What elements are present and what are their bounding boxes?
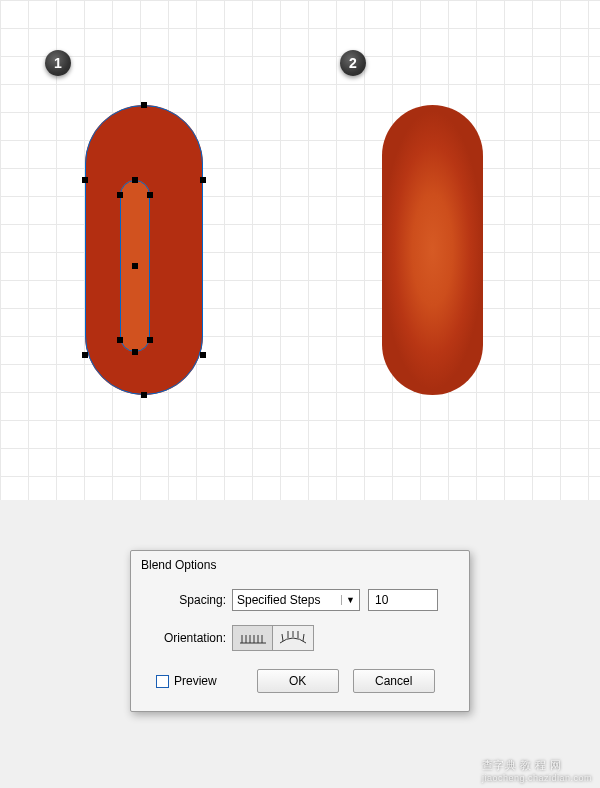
orientation-page-icon [238,631,268,645]
orientation-align-page-button[interactable] [233,626,273,650]
cancel-button-label: Cancel [375,674,412,688]
anchor-handle[interactable] [200,352,206,358]
ok-button[interactable]: OK [257,669,339,693]
step-badge-2: 2 [340,50,366,76]
canvas-artboard[interactable]: 1 2 [0,0,600,500]
orientation-label: Orientation: [146,631,232,645]
steps-input[interactable] [368,589,438,611]
blended-result-shape[interactable] [382,105,483,395]
anchor-handle[interactable] [147,337,153,343]
dropdown-arrow-icon: ▼ [341,595,355,605]
preview-label: Preview [174,674,217,688]
step-number: 2 [349,55,357,71]
svg-line-11 [303,634,304,641]
anchor-handle[interactable] [117,337,123,343]
spacing-label: Spacing: [146,593,232,607]
anchor-handle[interactable] [132,177,138,183]
dialog-backdrop: Blend Options Spacing: Specified Steps ▼… [0,500,600,788]
spacing-selected-value: Specified Steps [237,593,341,607]
ok-button-label: OK [289,674,306,688]
orientation-align-path-button[interactable] [273,626,313,650]
dialog-title: Blend Options [131,551,469,579]
orientation-toggle-group [232,625,314,651]
dialog-button-row: Preview OK Cancel [146,669,454,693]
step-badge-1: 1 [45,50,71,76]
cancel-button[interactable]: Cancel [353,669,435,693]
anchor-handle[interactable] [141,392,147,398]
spacing-select[interactable]: Specified Steps ▼ [232,589,360,611]
anchor-handle[interactable] [82,177,88,183]
orientation-row: Orientation: [146,625,454,651]
anchor-handle[interactable] [117,192,123,198]
anchor-handle[interactable] [132,263,138,269]
step-number: 1 [54,55,62,71]
blend-options-dialog: Blend Options Spacing: Specified Steps ▼… [130,550,470,712]
anchor-handle[interactable] [132,349,138,355]
watermark-main: 查字典 教 程 网 [482,759,562,771]
anchor-handle[interactable] [200,177,206,183]
svg-line-7 [282,634,283,641]
preview-checkbox[interactable] [156,675,169,688]
watermark: 查字典 教 程 网 jiaocheng.chazidian.com [482,758,592,783]
dialog-body: Spacing: Specified Steps ▼ Orientation: [131,579,469,711]
anchor-handle[interactable] [141,102,147,108]
anchor-handle[interactable] [147,192,153,198]
anchor-handle[interactable] [82,352,88,358]
watermark-sub: jiaocheng.chazidian.com [482,773,592,783]
spacing-row: Spacing: Specified Steps ▼ [146,589,454,611]
orientation-path-icon [278,631,308,645]
